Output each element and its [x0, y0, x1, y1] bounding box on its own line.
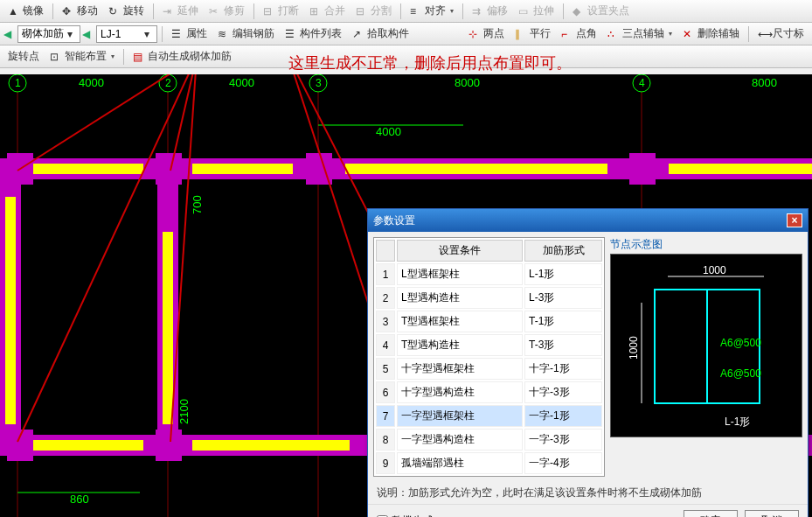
- col-form: 加筋形式: [524, 240, 602, 262]
- dialog-explain: 说明：加筋形式允许为空，此时在满足该设置条件时将不生成砌体加筋: [368, 482, 808, 504]
- list-icon: ☰: [285, 28, 297, 40]
- edit-rebar-button[interactable]: ≋编辑钢筋: [213, 24, 279, 43]
- nav-left-icon[interactable]: ◀: [3, 28, 16, 40]
- svg-text:860: 860: [70, 493, 89, 506]
- svg-rect-29: [5, 197, 16, 424]
- split-button[interactable]: ⊟分割: [351, 2, 396, 20]
- mirror-button[interactable]: ▲镜像: [3, 2, 48, 20]
- svg-rect-33: [30, 440, 143, 451]
- stretch-button[interactable]: ▭拉伸: [514, 2, 559, 20]
- auto-gen-button[interactable]: ▤自动生成砌体加筋: [128, 47, 236, 66]
- table-row[interactable]: 2 L型遇构造柱 L-3形: [376, 287, 602, 309]
- del-aux-icon: ✕: [683, 28, 695, 40]
- del-aux-button[interactable]: ✕删除辅轴: [678, 24, 744, 43]
- corner-icon: ⌐: [561, 28, 573, 40]
- align-button[interactable]: ≡对齐: [406, 2, 458, 20]
- property-button[interactable]: ☰属性: [167, 24, 212, 43]
- member-list-button[interactable]: ☰构件列表: [281, 24, 346, 43]
- row-condition: 十字型遇框架柱: [397, 358, 523, 380]
- break-icon: ⊟: [263, 5, 275, 17]
- corner-button[interactable]: ⌐点角: [557, 24, 601, 43]
- nav-left-icon-2[interactable]: ◀: [82, 28, 94, 40]
- toolbar-edit: ▲镜像 ✥移动 ↻旋转 ⇥延伸 ✂修剪 ⊟打断 ⊞合并 ⊟分割 ≡对齐 ⇉偏移 …: [0, 0, 812, 23]
- rotate-icon: ↻: [108, 5, 121, 17]
- row-num: 2: [376, 287, 395, 309]
- dim-button[interactable]: ⟷尺寸标: [753, 24, 809, 43]
- extend-button[interactable]: ⇥延伸: [158, 2, 203, 20]
- svg-rect-22: [345, 164, 607, 174]
- move-icon: ✥: [62, 5, 74, 17]
- move-button[interactable]: ✥移动: [58, 2, 102, 20]
- trim-icon: ✂: [209, 5, 221, 17]
- svg-text:4: 4: [639, 77, 645, 89]
- pick-icon: ↗: [352, 28, 364, 40]
- property-icon: ☰: [171, 28, 184, 40]
- svg-rect-34: [192, 440, 350, 451]
- category-dropdown[interactable]: 砌体加筋: [17, 25, 80, 43]
- row-num: 7: [376, 405, 395, 427]
- param-dialog: 参数设置 × 设置条件 加筋形式 1 L型遇框架柱 L-1形2 L型遇构造柱 L…: [367, 208, 809, 517]
- row-condition: 孤墙端部遇柱: [397, 452, 523, 474]
- row-num: 5: [376, 358, 395, 380]
- break-button[interactable]: ⊟打断: [259, 2, 303, 20]
- row-form: 十字-1形: [524, 358, 602, 380]
- rot-point-button[interactable]: 旋转点: [3, 47, 44, 66]
- dim-icon: ⟷: [758, 28, 770, 40]
- table-row[interactable]: 9 孤墙端部遇柱 一字-4形: [376, 452, 602, 474]
- set-grip-button[interactable]: ◆设置夹点: [568, 2, 634, 20]
- smart-layout-button[interactable]: ⊡智能布置: [45, 47, 119, 66]
- row-num: 6: [376, 381, 395, 403]
- row-condition: 一字型遇构造柱: [397, 429, 523, 451]
- cancel-button[interactable]: 取消: [745, 510, 799, 517]
- row-condition: T型遇框架柱: [397, 311, 523, 332]
- row-num: 1: [376, 263, 395, 285]
- table-row[interactable]: 6 十字型遇构造柱 十字-3形: [376, 381, 602, 403]
- param-table[interactable]: 设置条件 加筋形式 1 L型遇框架柱 L-1形2 L型遇构造柱 L-3形3 T型…: [373, 237, 605, 477]
- whole-floor-checkbox[interactable]: 整楼生成: [377, 514, 434, 517]
- row-form: 一字-3形: [524, 429, 602, 451]
- two-points-icon: ⊹: [468, 28, 481, 40]
- auto-gen-icon: ▤: [133, 51, 145, 63]
- svg-text:8000: 8000: [752, 76, 777, 89]
- svg-rect-23: [669, 164, 812, 174]
- svg-text:4000: 4000: [79, 76, 104, 89]
- merge-button[interactable]: ⊞合并: [305, 2, 350, 20]
- table-row[interactable]: 7 一字型遇框架柱 一字-1形: [376, 405, 602, 427]
- dialog-titlebar[interactable]: 参数设置 ×: [368, 209, 808, 232]
- row-form: 一字-1形: [524, 405, 602, 427]
- parallel-button[interactable]: ∥平行: [510, 24, 555, 43]
- row-form: T-1形: [524, 311, 602, 332]
- three-aux-button[interactable]: ∴三点辅轴: [603, 24, 677, 43]
- row-condition: 一字型遇框架柱: [397, 405, 523, 427]
- rotate-button[interactable]: ↻旋转: [104, 2, 149, 20]
- table-row[interactable]: 5 十字型遇框架柱 十字-1形: [376, 358, 602, 380]
- offset-button[interactable]: ⇉偏移: [468, 2, 512, 20]
- close-icon[interactable]: ×: [787, 213, 802, 227]
- table-row[interactable]: 3 T型遇框架柱 T-1形: [376, 311, 602, 332]
- table-row[interactable]: 8 一字型遇构造柱 一字-3形: [376, 429, 602, 451]
- svg-text:L-1形: L-1形: [725, 416, 750, 428]
- parallel-icon: ∥: [515, 28, 527, 40]
- svg-text:1: 1: [15, 77, 21, 89]
- dialog-title: 参数设置: [373, 213, 415, 228]
- preview-label: 节点示意图: [610, 237, 802, 252]
- ok-button[interactable]: 确定: [684, 510, 738, 517]
- table-row[interactable]: 4 T型遇构造柱 T-3形: [376, 334, 602, 356]
- item-dropdown[interactable]: LJ-1: [96, 25, 157, 43]
- table-row[interactable]: 1 L型遇框架柱 L-1形: [376, 263, 602, 285]
- svg-text:1000: 1000: [703, 264, 726, 276]
- svg-text:2100: 2100: [177, 399, 191, 424]
- svg-text:2: 2: [165, 77, 171, 89]
- smart-icon: ⊡: [50, 51, 62, 63]
- pick-member-button[interactable]: ↗拾取构件: [348, 24, 413, 43]
- row-form: 十字-3形: [524, 381, 602, 403]
- trim-button[interactable]: ✂修剪: [205, 2, 249, 20]
- merge-icon: ⊞: [309, 5, 322, 17]
- two-points-button[interactable]: ⊹两点: [464, 24, 509, 43]
- row-condition: T型遇构造柱: [397, 334, 523, 356]
- row-num: 4: [376, 334, 395, 356]
- row-form: 一字-4形: [524, 452, 602, 474]
- toolbar-layout: 旋转点 ⊡智能布置 ▤自动生成砌体加筋: [0, 45, 812, 68]
- grip-icon: ◆: [573, 5, 585, 17]
- three-aux-icon: ∴: [607, 28, 620, 40]
